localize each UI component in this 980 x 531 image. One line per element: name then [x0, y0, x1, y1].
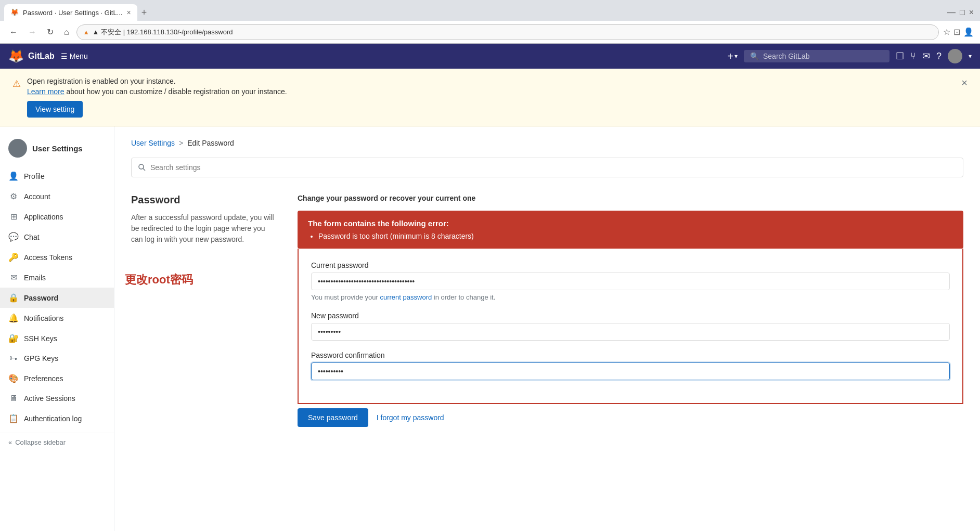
sidebar-item-authentication-log[interactable]: 📋 Authentication log	[0, 408, 114, 429]
gpg-keys-link[interactable]: 🗝 GPG Keys	[0, 348, 114, 368]
search-icon: 🔍	[750, 52, 759, 60]
sidebar-item-applications[interactable]: ⊞ Applications	[0, 206, 114, 227]
view-setting-button[interactable]: View setting	[27, 101, 83, 118]
warning-icon: ⚠	[12, 78, 21, 89]
collapse-sidebar-button[interactable]: « Collapse sidebar	[0, 433, 114, 451]
maximize-button[interactable]: □	[960, 8, 965, 17]
star-icon[interactable]: ☆	[943, 27, 950, 37]
main-content: 更改root密码 User Settings > Edit Password P…	[114, 126, 980, 531]
sidebar-item-preferences[interactable]: 🎨 Preferences	[0, 368, 114, 388]
confirm-password-group: Password confirmation	[311, 351, 950, 380]
sidebar-item-account[interactable]: ⚙ Account	[0, 186, 114, 206]
chat-link[interactable]: 💬 Chat	[0, 227, 114, 247]
applications-icon: ⊞	[8, 212, 19, 222]
notifications-icon: 🔔	[8, 313, 19, 323]
browser-tab-bar: 🦊 Password · User Settings · GitL... × +…	[0, 0, 980, 21]
gitlab-logo-text: GitLab	[28, 51, 55, 61]
sidebar-item-password[interactable]: 🔒 Password	[0, 288, 114, 308]
new-password-input[interactable]	[311, 323, 950, 341]
breadcrumb-parent-link[interactable]: User Settings	[131, 139, 175, 147]
sidebar-item-gpg-keys[interactable]: 🗝 GPG Keys	[0, 348, 114, 368]
search-settings-input[interactable]	[131, 158, 963, 177]
tab-close-button[interactable]: ×	[126, 8, 131, 17]
sidebar-nav: 👤 Profile ⚙ Account ⊞ Applications	[0, 166, 114, 429]
sidebar-item-notifications[interactable]: 🔔 Notifications	[0, 308, 114, 328]
annotation-text: 更改root密码	[125, 272, 193, 288]
current-password-hint: You must provide your current password i…	[311, 293, 950, 301]
close-banner-button[interactable]: ×	[961, 77, 968, 89]
current-password-hint-link[interactable]: current password	[380, 293, 432, 301]
profile-link[interactable]: 👤 Profile	[0, 166, 114, 186]
home-button[interactable]: ⌂	[61, 27, 72, 38]
account-icon: ⚙	[8, 191, 19, 201]
chat-icon: 💬	[8, 232, 19, 242]
search-settings	[131, 158, 963, 177]
ssh-keys-icon: 🔐	[8, 333, 19, 343]
gitlab-logo[interactable]: 🦊 GitLab	[8, 49, 55, 63]
account-link[interactable]: ⚙ Account	[0, 186, 114, 206]
help-icon[interactable]: ?	[936, 51, 942, 62]
url-input[interactable]: ▲ ▲ 不安全 | 192.168.118.130/-/profile/pass…	[76, 24, 939, 40]
search-bar[interactable]: 🔍	[744, 50, 889, 62]
current-password-input[interactable]	[311, 273, 950, 290]
address-bar: ← → ↻ ⌂ ▲ ▲ 不安全 | 192.168.118.130/-/prof…	[0, 21, 980, 44]
sidebar-item-active-sessions[interactable]: 🖥 Active Sessions	[0, 388, 114, 408]
extensions-icon[interactable]: ⊡	[953, 27, 960, 37]
browser-tab[interactable]: 🦊 Password · User Settings · GitL... ×	[4, 4, 137, 21]
sidebar-item-emails[interactable]: ✉ Emails	[0, 267, 114, 288]
confirm-password-input[interactable]	[311, 362, 950, 380]
notifications-link[interactable]: 🔔 Notifications	[0, 308, 114, 328]
merge-requests-icon[interactable]: ⑂	[910, 51, 916, 62]
access-tokens-link[interactable]: 🔑 Access Tokens	[0, 247, 114, 267]
password-icon: 🔒	[8, 293, 19, 303]
section-desc: After a successful password update, you …	[131, 212, 277, 245]
security-icon: ▲	[83, 29, 89, 36]
sidebar-item-chat[interactable]: 💬 Chat	[0, 227, 114, 247]
user-avatar[interactable]	[948, 49, 962, 63]
sidebar-item-access-tokens[interactable]: 🔑 Access Tokens	[0, 247, 114, 267]
page-content: User Settings > Edit Password Password A…	[114, 126, 980, 439]
sidebar: User Settings 👤 Profile ⚙ Account	[0, 126, 114, 531]
profile-icon[interactable]: 👤	[963, 27, 974, 37]
forward-button[interactable]: →	[25, 27, 40, 38]
close-window-button[interactable]: ×	[969, 8, 974, 17]
address-bar-actions: ☆ ⊡ 👤	[943, 27, 974, 37]
new-password-group: New password	[311, 312, 950, 341]
authentication-log-link[interactable]: 📋 Authentication log	[0, 408, 114, 429]
password-form: Current password You must provide your c…	[298, 249, 963, 404]
error-banner: The form contains the following error: P…	[298, 211, 963, 249]
active-sessions-link[interactable]: 🖥 Active Sessions	[0, 388, 114, 408]
authentication-log-icon: 📋	[8, 413, 19, 423]
ssh-keys-link[interactable]: 🔐 SSH Keys	[0, 328, 114, 348]
navbar-icons: ☐ ⑂ ✉ ? ▾	[896, 49, 972, 63]
preferences-link[interactable]: 🎨 Preferences	[0, 368, 114, 388]
save-password-button[interactable]: Save password	[298, 408, 368, 427]
applications-link[interactable]: ⊞ Applications	[0, 206, 114, 227]
back-button[interactable]: ←	[6, 27, 21, 38]
search-input[interactable]	[763, 52, 883, 60]
profile-icon: 👤	[8, 171, 19, 181]
forgot-password-link[interactable]: I forgot my password	[377, 413, 444, 422]
issues-icon[interactable]: ✉	[922, 50, 930, 62]
collapse-icon: «	[8, 438, 12, 446]
sidebar-item-profile[interactable]: 👤 Profile	[0, 166, 114, 186]
sidebar-avatar	[8, 139, 27, 158]
password-link[interactable]: 🔒 Password	[0, 288, 114, 308]
new-tab-button[interactable]: +	[137, 5, 151, 20]
menu-button[interactable]: ☰ Menu	[61, 52, 88, 60]
access-tokens-icon: 🔑	[8, 252, 19, 262]
warning-learn-more-link[interactable]: Learn more	[27, 87, 65, 96]
avatar-chevron-icon[interactable]: ▾	[969, 53, 972, 60]
password-section: Password After a successful password upd…	[131, 194, 963, 427]
minimize-button[interactable]: —	[947, 8, 956, 17]
gitlab-app: 🦊 GitLab ☰ Menu + ▾ 🔍 ☐ ⑂ ✉ ? ▾ ⚠ Open r…	[0, 44, 980, 531]
reload-button[interactable]: ↻	[44, 26, 57, 38]
form-actions: Save password I forgot my password	[298, 408, 963, 427]
warning-title: Open registration is enabled on your ins…	[27, 77, 955, 85]
sidebar-item-ssh-keys[interactable]: 🔐 SSH Keys	[0, 328, 114, 348]
section-title: Password	[131, 194, 277, 206]
emails-link[interactable]: ✉ Emails	[0, 267, 114, 288]
create-new-button[interactable]: + ▾	[727, 50, 738, 62]
todo-icon[interactable]: ☐	[896, 50, 904, 62]
current-password-label: Current password	[311, 261, 950, 269]
